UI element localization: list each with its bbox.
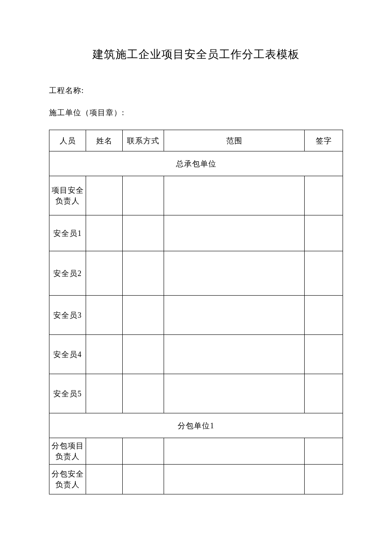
table-row: 安全员5 — [49, 374, 343, 413]
cell-contact — [123, 438, 164, 465]
cell-contact — [123, 465, 164, 494]
project-name-field: 工程名称: — [49, 85, 343, 96]
cell-contact — [123, 296, 164, 335]
cell-contact — [123, 251, 164, 296]
cell-scope — [164, 465, 305, 494]
cell-person-safety-5: 安全员5 — [49, 374, 86, 413]
cell-person-safety-1: 安全员1 — [49, 215, 86, 251]
header-contact: 联系方式 — [123, 130, 164, 151]
document-title: 建筑施工企业项目安全员工作分工表模板 — [49, 47, 343, 62]
cell-contact — [123, 335, 164, 374]
table-row: 安全员1 — [49, 215, 343, 251]
cell-sign — [305, 176, 343, 215]
cell-scope — [164, 215, 305, 251]
cell-person-safety-2: 安全员2 — [49, 251, 86, 296]
cell-scope — [164, 176, 305, 215]
cell-person-safety-3: 安全员3 — [49, 296, 86, 335]
cell-name — [86, 438, 123, 465]
cell-name — [86, 335, 123, 374]
header-person: 人员 — [49, 130, 86, 151]
construction-unit-field: 施工单位（项目章）: — [49, 108, 343, 118]
cell-contact — [123, 215, 164, 251]
cell-name — [86, 176, 123, 215]
section-subcontractor-1-label: 分包单位1 — [49, 413, 343, 438]
header-scope: 范围 — [164, 130, 305, 151]
section-subcontractor-1: 分包单位1 — [49, 413, 343, 438]
cell-contact — [123, 374, 164, 413]
cell-sign — [305, 335, 343, 374]
cell-person-sub-safety-lead: 分包安全负责人 — [49, 465, 86, 494]
cell-sign — [305, 438, 343, 465]
cell-scope — [164, 335, 305, 374]
table-row: 安全员4 — [49, 335, 343, 374]
table-row: 分包项目负责人 — [49, 438, 343, 465]
cell-name — [86, 374, 123, 413]
cell-scope — [164, 251, 305, 296]
table-row: 分包安全负责人 — [49, 465, 343, 494]
cell-name — [86, 465, 123, 494]
table-row: 安全员2 — [49, 251, 343, 296]
table-header-row: 人员 姓名 联系方式 范围 签字 — [49, 130, 343, 151]
section-general-contractor: 总承包单位 — [49, 151, 343, 176]
cell-person-safety-lead: 项目安全负责人 — [49, 176, 86, 215]
header-sign: 签字 — [305, 130, 343, 151]
cell-sign — [305, 215, 343, 251]
cell-scope — [164, 296, 305, 335]
cell-name — [86, 251, 123, 296]
header-name: 姓名 — [86, 130, 123, 151]
cell-sign — [305, 465, 343, 494]
section-general-contractor-label: 总承包单位 — [49, 151, 343, 176]
assignment-table: 人员 姓名 联系方式 范围 签字 总承包单位 项目安全负责人 安全员1 安全员2… — [49, 130, 343, 494]
cell-person-sub-project-lead: 分包项目负责人 — [49, 438, 86, 465]
cell-scope — [164, 374, 305, 413]
cell-name — [86, 296, 123, 335]
cell-contact — [123, 176, 164, 215]
cell-sign — [305, 251, 343, 296]
cell-sign — [305, 374, 343, 413]
table-row: 项目安全负责人 — [49, 176, 343, 215]
cell-person-safety-4: 安全员4 — [49, 335, 86, 374]
cell-scope — [164, 438, 305, 465]
cell-sign — [305, 296, 343, 335]
table-row: 安全员3 — [49, 296, 343, 335]
cell-name — [86, 215, 123, 251]
